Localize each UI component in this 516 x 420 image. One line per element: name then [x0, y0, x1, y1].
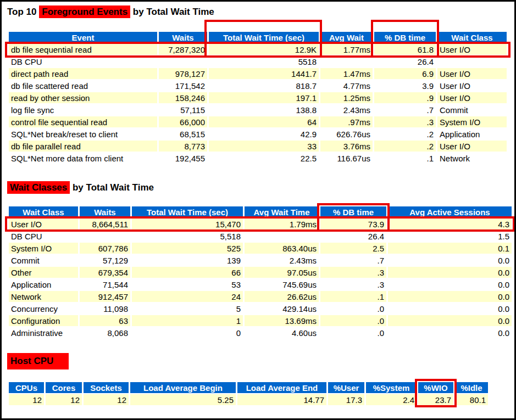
cell: 11,098: [80, 303, 130, 314]
table-row: log file sync57,115138.82.43ms.7Commit: [9, 104, 507, 115]
column-header: % DB time: [320, 206, 386, 217]
cell: 24: [132, 291, 243, 302]
table-row: db file parallel read8,773333.76ms.2User…: [9, 141, 507, 152]
cell: 139: [132, 255, 243, 266]
cell: 171,542: [159, 80, 207, 91]
table-row: Configuration63113.69ms.00.0: [9, 315, 512, 326]
cell: 5,518: [132, 231, 243, 242]
cell: 0.0: [388, 303, 512, 314]
column-header: Waits: [159, 32, 207, 43]
cell: direct path read: [9, 68, 157, 79]
cell: 3.9: [374, 80, 436, 91]
cell: [437, 56, 507, 67]
cell: 912,457: [80, 291, 130, 302]
cell: DB CPU: [9, 56, 157, 67]
host-cpu-title: Host CPU: [7, 355, 69, 368]
column-header: Avg Wait Time: [245, 206, 319, 217]
cell: Other: [9, 267, 78, 278]
cell: 64: [209, 116, 319, 127]
cell: User I/O: [437, 141, 507, 152]
cell: control file sequential read: [9, 116, 157, 127]
column-header: Total Wait Time (sec): [209, 32, 319, 43]
cell: .3: [374, 116, 436, 127]
cell: .2: [374, 141, 436, 152]
cell: User I/O: [437, 92, 507, 103]
cell: 57,115: [159, 104, 207, 115]
table-row: control file sequential read66,00064.97m…: [9, 116, 507, 127]
column-header: Sockets: [84, 382, 129, 393]
cell: 6.9: [374, 68, 436, 79]
cell: Commit: [437, 104, 507, 115]
host-cpu-title-highlight: Host CPU: [7, 353, 69, 369]
cell: .1: [374, 153, 436, 164]
cell: [159, 56, 207, 67]
cell: 2.43ms: [245, 255, 319, 266]
cell: .0: [320, 303, 386, 314]
cell: 607,786: [80, 243, 130, 254]
cell: Commit: [9, 255, 78, 266]
cell: Concurrency: [9, 303, 78, 314]
cell: 626.76us: [320, 128, 373, 139]
table-row: read by other session158,246197.11.25ms.…: [9, 92, 507, 103]
cell: 3.76ms: [320, 141, 373, 152]
cell: 5.25: [130, 394, 236, 405]
column-header: %WIO: [418, 382, 453, 393]
cell: 2.4: [366, 394, 417, 405]
cell: 71,544: [80, 279, 130, 290]
cell: .3: [320, 267, 386, 278]
wait-classes-title-highlight: Wait Classes: [7, 181, 70, 194]
table-row: Application71,54453745.69us.30.0: [9, 279, 512, 290]
cell: 26.4: [320, 231, 386, 242]
wait-classes-table: Wait ClassWaitsTotal Wait Time (sec)Avg …: [7, 205, 513, 339]
table-row: Other679,3546697.05us.30.0: [9, 267, 512, 278]
cell: System I/O: [437, 116, 507, 127]
cell: .0: [320, 327, 386, 338]
cell: 192,455: [159, 153, 207, 164]
wait-classes-title-suffix: by Total Wait Time: [70, 182, 154, 193]
cell: 2.43ms: [320, 104, 373, 115]
cell: 17.3: [328, 394, 364, 405]
cell: 1.25ms: [320, 92, 373, 103]
cell: 14.77: [237, 394, 326, 405]
cell: Administrative: [9, 327, 78, 338]
table-row: Administrative8,06804.60us.00.0: [9, 327, 512, 338]
cell: 26.4: [374, 56, 436, 67]
cell: 0.0: [388, 279, 512, 290]
cell: 158,246: [159, 92, 207, 103]
cell: db file sequential read: [9, 44, 157, 55]
cell: db file parallel read: [9, 141, 157, 152]
cell: 1: [132, 315, 243, 326]
table-row: System I/O607,786525863.40us2.50.1: [9, 243, 512, 254]
cell: 66: [132, 267, 243, 278]
cell: 63: [80, 315, 130, 326]
cell: 1.47ms: [320, 68, 373, 79]
cell: Network: [437, 153, 507, 164]
column-header: Avg Wait: [320, 32, 373, 43]
top-events-title-suffix: by Total Wait Time: [130, 7, 214, 17]
cell: 23.7: [418, 394, 453, 405]
cell: 80.1: [455, 394, 488, 405]
cell: 0.1: [388, 243, 512, 254]
cell: 978,127: [159, 68, 207, 79]
table-row: SQL*Net more data from client192,45522.5…: [9, 153, 507, 164]
cell: 138.8: [209, 104, 319, 115]
cell: 1.5: [388, 231, 512, 242]
column-header: %Idle: [455, 382, 488, 393]
cell: [320, 56, 373, 67]
cell: 863.40us: [245, 243, 319, 254]
table-row: User I/O8,664,51115,4701.79ms73.94.3: [9, 219, 512, 229]
column-header: Event: [9, 32, 157, 43]
table-row: SQL*Net break/reset to client68,51542.96…: [9, 128, 507, 139]
cell: 12.9K: [209, 44, 319, 55]
cell: 1441.7: [209, 68, 319, 79]
column-header: Total Wait Time (sec): [132, 206, 243, 217]
cell: 0.0: [388, 291, 512, 302]
cell: 12: [84, 394, 129, 405]
cell: [245, 231, 319, 242]
cell: .7: [374, 104, 436, 115]
column-header: Waits: [80, 206, 130, 217]
top-events-title-prefix: Top 10: [7, 7, 39, 17]
cell: 197.1: [209, 92, 319, 103]
cell: 12: [46, 394, 82, 405]
cell: DB CPU: [9, 231, 78, 242]
